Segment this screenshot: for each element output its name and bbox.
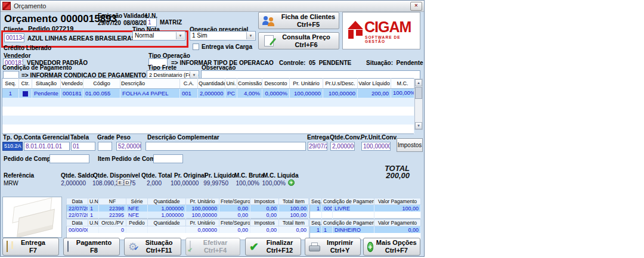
cell-descricao: FOLHA A4 PAPEL <box>120 89 180 98</box>
nf-row[interactable]: 22/07/20122398NFE1,000000100,000000,000,… <box>67 205 309 212</box>
grade-field[interactable] <box>98 142 112 151</box>
entrega-via-carga-checkbox[interactable] <box>193 43 199 50</box>
cigam-logo: CIGAM SOFTWARE DE GESTÃO <box>342 12 420 49</box>
col-comissao[interactable]: Comissão <box>237 79 262 89</box>
situacao-button[interactable]: ⚙✓ SituaçãoCtrl+F11 <box>124 238 181 256</box>
nf-payment-row[interactable] <box>310 212 421 219</box>
scroll-up-icon[interactable]: ▲ <box>415 79 422 86</box>
finalizar-button[interactable]: ✔ FinalizarCtrl+F12 <box>245 238 301 256</box>
cell-ctr <box>19 89 32 98</box>
pagamento-button[interactable]: PagamentoF8 <box>63 238 120 256</box>
nf-payment-row[interactable]: 1000LIVRE100,00 <box>310 205 421 212</box>
un-field[interactable]: 1 <box>146 18 157 27</box>
impostos-button[interactable]: Impostos <box>397 138 423 152</box>
credito-liberado: Crédito Liberado <box>4 45 51 51</box>
estoque-e-button[interactable]: E <box>117 179 123 186</box>
qtde-conv-field[interactable]: 2,000000 <box>330 142 355 151</box>
col-vendedor[interactable]: Vendedor <box>61 79 83 89</box>
descricao-complementar-label: Descrição Complementar <box>147 134 219 141</box>
pedido-compra-field[interactable] <box>49 154 89 163</box>
pr-original-label: Pr. Original <box>174 172 206 179</box>
nf-row[interactable]: 22/07/20122395NFE1,000000100,000000,000,… <box>67 212 309 219</box>
scrollbar-thumb[interactable] <box>415 87 422 99</box>
entrega-via-carga-label: Entrega via Carga <box>202 43 252 50</box>
pv-payment-row[interactable]: 11DINHEIRO0,00 <box>310 226 421 234</box>
tabela-field[interactable]: 01 <box>71 142 95 151</box>
pr-unit-conv-field[interactable]: 100,00000 <box>361 142 391 151</box>
peso-label: Peso <box>116 134 131 141</box>
empty-row <box>2 125 414 134</box>
empty-row <box>2 98 414 107</box>
mc-bruta-label: M.C. Bruta <box>234 172 264 179</box>
item-row[interactable]: 1 Pendente 000181 01.00.055 FOLHA A4 PAP… <box>2 89 414 98</box>
cliente-code-field[interactable]: 001134 <box>4 33 24 42</box>
col-valor-liquido[interactable]: Valor Líquido <box>358 79 391 89</box>
ficha-de-clientes-button[interactable]: Ficha de ClientesCtrl+F5 <box>258 12 339 29</box>
col-seq[interactable]: Seq. <box>2 79 19 89</box>
referencia-label: Referência <box>4 172 34 179</box>
tp-op-field[interactable]: 510.2A <box>2 142 23 151</box>
mc-plus-icon[interactable]: + <box>288 179 295 186</box>
mc-liquida-value: 100,00% <box>261 180 286 186</box>
ficha-clientes-key: Ctrl+F5 <box>297 21 320 28</box>
package-icon <box>7 241 8 252</box>
price-check-icon <box>264 35 274 46</box>
col-desconto[interactable]: Desconto <box>262 79 290 89</box>
emissao-value: 29/07/20 <box>98 20 121 26</box>
qtde-conv-label: Qtde.Conv. <box>330 134 361 141</box>
peso-field[interactable]: 52,00000 <box>116 142 141 151</box>
consulta-preco-key: Ctrl+F6 <box>295 41 317 48</box>
chevron-down-icon[interactable]: ▼ <box>176 32 184 39</box>
ctr-square-icon <box>23 91 28 97</box>
col-ctr[interactable]: Ctr. <box>19 79 32 89</box>
chevron-down-icon[interactable]: ▼ <box>246 32 255 39</box>
screen: Orçamento × Orçamento 0000015893 Pedido … <box>0 0 644 258</box>
col-pr-us-desc[interactable]: Pr.U.s/Desc. <box>323 79 358 89</box>
col-uni[interactable]: Uni. <box>225 79 237 89</box>
conta-gerencial-label: Conta Gerencial <box>24 134 70 141</box>
col-ca[interactable]: C.A. <box>180 79 198 89</box>
tipo-nota-select[interactable]: Normal▼ <box>132 31 185 41</box>
pv-payment-grid: Seq.Condição de PagamentoValor Pagamento… <box>309 219 421 240</box>
empty-row <box>2 116 414 125</box>
conta-gerencial-field[interactable]: 8.01.01.01.01 <box>24 142 70 151</box>
cell-mc: 100,00% +× <box>391 89 414 98</box>
window-title: Orçamento <box>14 2 46 10</box>
items-grid-header: Seq. Ctr. Situação Vendedor Código Descr… <box>2 79 414 89</box>
cell-seq: 1 <box>2 89 19 98</box>
imprimir-button[interactable]: ImprimirCtrl+Y <box>305 238 361 256</box>
pv-row[interactable]: 00/00/0000,000000,000,000,00 <box>67 226 309 234</box>
entrega-button[interactable]: EntregaF7 <box>2 238 59 256</box>
descricao-complementar-field[interactable] <box>145 142 306 151</box>
grid-scrollbar[interactable]: ▲ ▼ <box>414 79 423 130</box>
nf-grid-header: DataU.N.NFSérieQuantidadePr. UnitárioFre… <box>67 198 309 205</box>
entrega-field[interactable]: 29/07/20 <box>308 142 327 151</box>
nf-payment-header: Seq.Condição de PagamentoValor Pagamento <box>310 198 421 205</box>
col-situacao[interactable]: Situação <box>32 79 61 89</box>
item-pedido-compra-field[interactable] <box>153 154 183 163</box>
qtde-disponivel-label: Qtde. Disponível <box>93 172 140 179</box>
title-bar: Orçamento × <box>1 1 424 12</box>
validade-value: 08/08/20 <box>123 20 147 26</box>
col-quantidade[interactable]: Quantidade <box>198 79 225 89</box>
plus-icon: + <box>367 241 373 252</box>
cell-desconto: 0,0000% <box>262 89 290 98</box>
col-mc[interactable]: M.C. <box>391 79 414 89</box>
mais-opcoes-button[interactable]: + Mais OpçõesCtrl+F7 <box>363 238 420 256</box>
col-pr-unitario[interactable]: Pr. Unitário <box>290 79 323 89</box>
pedido-compra-label: Pedido de Compra <box>4 156 56 162</box>
estoque-d-button[interactable]: D <box>124 179 131 186</box>
cell-pr-unitario: 100,00000 <box>290 89 323 98</box>
cell-ca: 001 <box>180 89 198 98</box>
close-icon[interactable]: × <box>410 2 422 11</box>
items-grid: Seq. Ctr. Situação Vendedor Código Descr… <box>2 78 414 134</box>
pr-unit-conv-label: Pr.Unit.Conv. <box>361 134 398 141</box>
operacao-presencial-select[interactable]: 1 Sim▼ <box>190 31 256 41</box>
cell-codigo: 01.00.055 <box>83 89 120 98</box>
consulta-preco-button[interactable]: Consulta PreçoCtrl+F6 <box>258 32 339 49</box>
cell-vendedor: 000181 <box>61 89 83 98</box>
col-codigo[interactable]: Código <box>83 79 120 89</box>
tipo-nota-value: Normal <box>135 32 154 39</box>
scroll-down-icon[interactable]: ▼ <box>415 122 422 129</box>
col-descricao[interactable]: Descrição <box>120 79 180 89</box>
